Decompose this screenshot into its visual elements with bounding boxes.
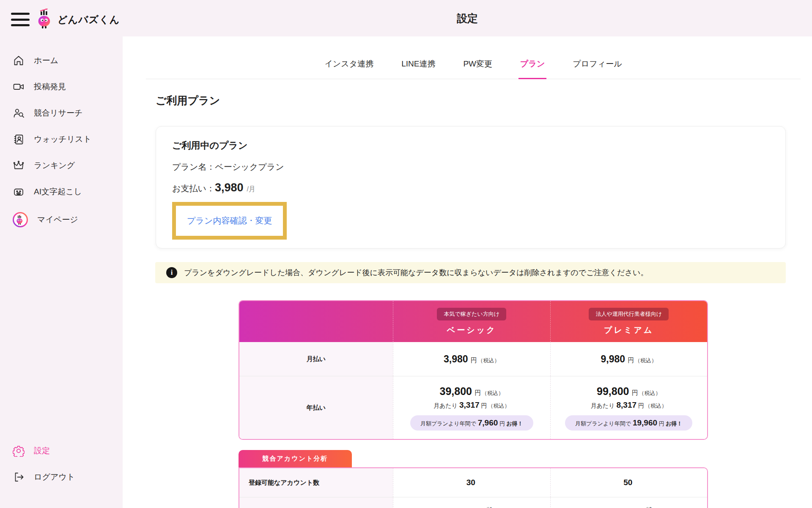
sidebar-item-ranking[interactable]: ランキング xyxy=(0,152,123,179)
tab-plan[interactable]: プラン xyxy=(518,58,546,79)
yen-unit: 円 xyxy=(475,389,481,397)
plan-name-value: ベーシックプラン xyxy=(215,162,284,171)
address-book-icon xyxy=(13,133,25,145)
app-logo-text: どんバズくん xyxy=(58,13,120,26)
sidebar-item-label: ウォッチリスト xyxy=(34,134,91,145)
yearly-premium-permonth: 月あたり 8,317 円 （税込） xyxy=(590,400,667,410)
sidebar-item-label: 競合リサーチ xyxy=(34,108,82,119)
sidebar-bottom: 設定 ログアウト xyxy=(0,438,123,508)
sidebar-menu: ホーム 投稿発見 競合リサーチ ウォッチ xyxy=(0,47,123,235)
tax-note: （税込） xyxy=(482,389,504,397)
sidebar-item-competitor-research[interactable]: 競合リサーチ xyxy=(0,100,123,126)
hamburger-menu-button[interactable] xyxy=(11,12,30,27)
payment-label: お支払い： xyxy=(172,183,215,194)
feature-table: 登録可能なアカウント数 30 50 取得可能な投稿数 9,000 件/月 ※1 xyxy=(239,467,708,508)
yearly-row: 年払い 39,800 円 （税込） 月あたり 3,317 円 （税込） 月額プラ xyxy=(239,376,707,439)
plan-change-highlight-box: プラン内容確認・変更 xyxy=(172,202,287,240)
header-premium-cell: 法人や運用代行業者様向け プレミアム xyxy=(550,301,708,342)
sidebar-item-label: ホーム xyxy=(34,55,58,66)
competitor-analysis-tag: 競合アカウント分析 xyxy=(239,450,352,467)
header-basic-cell: 本気で稼ぎたい方向け ベーシック xyxy=(393,301,550,342)
feature-label: 取得可能な投稿数 xyxy=(239,497,393,508)
plan-name-label: プラン名： xyxy=(172,162,215,171)
sidebar-item-label: ログアウト xyxy=(34,472,75,483)
monthly-premium-cell: 9,980 円 （税込） xyxy=(550,342,708,376)
sidebar-item-label: 設定 xyxy=(34,445,50,456)
plan-change-link[interactable]: プラン内容確認・変更 xyxy=(187,216,272,225)
tab-instagram-link[interactable]: インスタ連携 xyxy=(323,58,375,79)
yearly-basic-savings-pill: 月額プランより年間で 7,960 円 お得！ xyxy=(410,415,533,431)
table-row-posts: 取得可能な投稿数 9,000 件/月 ※1 15,000 件/月 ※2 xyxy=(239,497,707,508)
tab-password-change[interactable]: PW変更 xyxy=(461,58,494,79)
sidebar-item-label: ランキング xyxy=(34,160,75,171)
yearly-premium-savings-pill: 月額プランより年間で 19,960 円 お得！ xyxy=(565,415,692,431)
tax-note: （税込） xyxy=(639,389,661,397)
sidebar-item-watchlist[interactable]: ウォッチリスト xyxy=(0,126,123,152)
gear-icon xyxy=(13,445,25,457)
premium-badge: 法人や運用代行業者様向け xyxy=(589,308,669,320)
current-plan-title: ご利用中のプラン xyxy=(172,139,769,152)
sidebar-item-label: AI文字起こし xyxy=(34,186,82,197)
tab-line-link[interactable]: LINE連携 xyxy=(400,58,437,79)
feature-label: 登録可能なアカウント数 xyxy=(239,468,393,497)
yearly-premium-cell: 99,800 円 （税込） 月あたり 8,317 円 （税込） 月額プランより年… xyxy=(550,376,708,439)
page-header-title: 設定 xyxy=(457,11,478,25)
pricing-table: 本気で稼ぎたい方向け ベーシック 法人や運用代行業者様向け プレミアム 月払い … xyxy=(239,300,708,440)
main-content: インスタ連携 LINE連携 PW変更 プラン プロフィール ご利用プラン ご利用… xyxy=(123,36,812,508)
table-row-accounts: 登録可能なアカウント数 30 50 xyxy=(239,468,707,497)
premium-plan-name: プレミアム xyxy=(604,325,653,336)
current-plan-card: ご利用中のプラン プラン名：ベーシックプラン お支払い： 3,980 /月 プラ… xyxy=(156,126,786,248)
home-icon xyxy=(13,55,25,66)
tax-note: （税込） xyxy=(635,357,657,364)
feature-premium-value: 15,000 件/月 ※2 xyxy=(550,497,708,508)
avatar xyxy=(13,212,28,227)
payment-line: お支払い： 3,980 /月 xyxy=(172,181,769,194)
feature-premium-value: 50 xyxy=(550,468,708,497)
feature-basic-value: 30 xyxy=(393,468,550,497)
yen-unit: 円 xyxy=(471,356,477,364)
sidebar-item-ai-transcription[interactable]: AI文字起こし xyxy=(0,179,123,205)
sidebar: どんバズくん ホーム 投稿発見 競合リサーチ xyxy=(0,0,123,508)
app-logo[interactable]: どんバズくん xyxy=(36,8,120,30)
sidebar-item-post-discovery[interactable]: 投稿発見 xyxy=(0,74,123,100)
tab-profile[interactable]: プロフィール xyxy=(571,58,623,79)
sidebar-header: どんバズくん xyxy=(0,0,123,30)
basic-badge: 本気で稼ぎたい方向け xyxy=(437,308,506,320)
yearly-basic-permonth: 月あたり 3,317 円 （税込） xyxy=(433,400,510,410)
monthly-row: 月払い 3,980 円 （税込） 9,980 円 （税込） xyxy=(239,342,707,376)
payment-unit: /月 xyxy=(247,185,255,194)
mascot-icon xyxy=(36,8,55,30)
page-title: ご利用プラン xyxy=(156,94,801,108)
yen-unit: 円 xyxy=(631,389,638,397)
crown-icon xyxy=(13,160,25,171)
settings-tabs: インスタ連携 LINE連携 PW変更 プラン プロフィール xyxy=(146,36,801,79)
monthly-basic-price: 3,980 xyxy=(444,353,468,365)
tax-note: （税込） xyxy=(478,357,500,364)
payment-amount: 3,980 xyxy=(215,181,244,194)
monthly-premium-price: 9,980 xyxy=(601,353,625,365)
notice-text: プランをダウングレードした場合、ダウングレード後に表示可能なデータ数に収まらない… xyxy=(184,268,648,278)
video-camera-icon xyxy=(13,81,25,93)
pricing-section: 本気で稼ぎたい方向け ベーシック 法人や運用代行業者様向け プレミアム 月払い … xyxy=(239,300,708,508)
sidebar-item-home[interactable]: ホーム xyxy=(0,47,123,74)
sidebar-item-label: マイページ xyxy=(37,214,78,225)
yen-unit: 円 xyxy=(628,356,634,364)
sidebar-item-logout[interactable]: ログアウト xyxy=(0,464,123,490)
logout-icon xyxy=(13,471,25,483)
yearly-basic-cell: 39,800 円 （税込） 月あたり 3,317 円 （税込） 月額プランより年… xyxy=(393,376,550,439)
person-search-icon xyxy=(13,107,25,119)
monthly-label: 月払い xyxy=(239,342,393,376)
downgrade-notice: i プランをダウングレードした場合、ダウングレード後に表示可能なデータ数に収まら… xyxy=(155,262,786,283)
robot-icon xyxy=(13,186,25,198)
sidebar-item-label: 投稿発見 xyxy=(34,81,66,92)
header-empty-cell xyxy=(239,301,393,342)
sidebar-item-mypage[interactable]: マイページ xyxy=(0,205,123,235)
info-icon: i xyxy=(166,267,177,278)
plan-name-line: プラン名：ベーシックプラン xyxy=(172,161,769,173)
top-bar: 設定 xyxy=(123,0,812,36)
monthly-basic-cell: 3,980 円 （税込） xyxy=(393,342,550,376)
pricing-table-header: 本気で稼ぎたい方向け ベーシック 法人や運用代行業者様向け プレミアム xyxy=(239,301,707,342)
yearly-premium-price: 99,800 xyxy=(597,385,629,398)
yearly-label: 年払い xyxy=(239,376,393,439)
sidebar-item-settings[interactable]: 設定 xyxy=(0,438,123,464)
